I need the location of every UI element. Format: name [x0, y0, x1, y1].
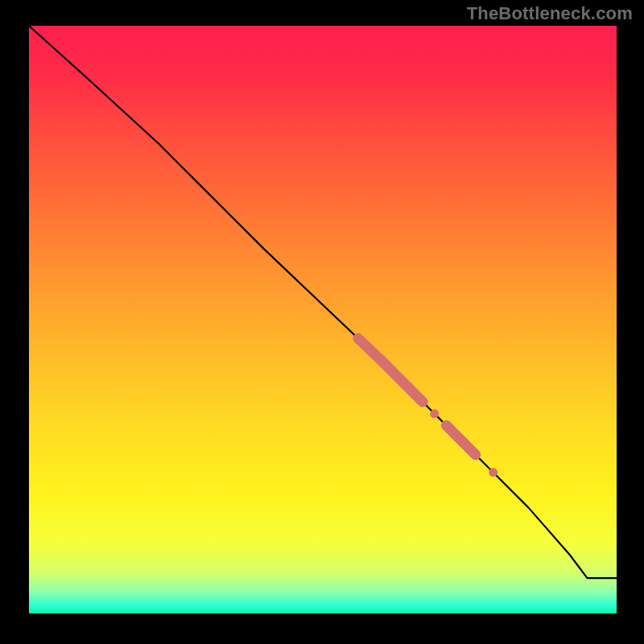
- plot-panel: [29, 26, 617, 613]
- chart-stage: TheBottleneck.com: [0, 0, 644, 644]
- watermark-label: TheBottleneck.com: [467, 3, 633, 24]
- background-gradient: [29, 26, 617, 613]
